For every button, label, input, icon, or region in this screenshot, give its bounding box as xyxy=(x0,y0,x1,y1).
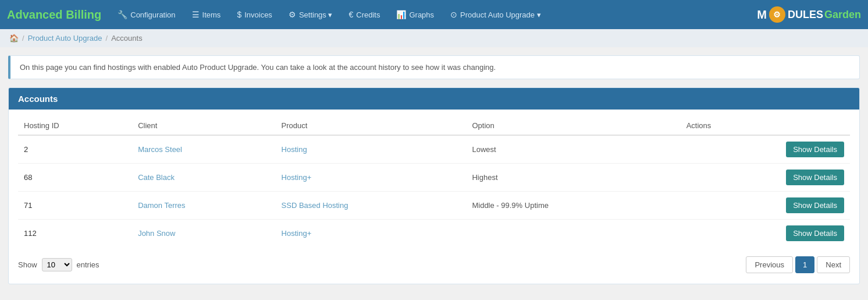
col-option: Option xyxy=(466,117,680,135)
breadcrumb: 🏠 / Product Auto Upgrade / Accounts xyxy=(0,29,868,47)
cell-product[interactable]: Hosting+ xyxy=(276,220,467,248)
nav-item-graphs[interactable]: 📊 Graphs xyxy=(389,6,441,23)
table-body: 2 Marcos Steel Hosting Lowest Show Detai… xyxy=(18,135,850,247)
nav-settings-label: Settings ▾ xyxy=(299,10,333,19)
nav-product-auto-upgrade-label: Product Auto Upgrade ▾ xyxy=(460,10,541,19)
cell-actions: Show Details xyxy=(681,220,850,248)
gear-icon: ⚙ xyxy=(289,10,296,19)
nav-items-label: Items xyxy=(202,10,221,19)
home-icon[interactable]: 🏠 xyxy=(9,34,19,43)
col-hosting-id: Hosting ID xyxy=(18,117,132,135)
logo-odules: DULES xyxy=(788,9,823,21)
col-product: Product xyxy=(276,117,467,135)
cell-product[interactable]: Hosting+ xyxy=(276,164,467,192)
cell-client[interactable]: John Snow xyxy=(132,220,275,248)
cell-hosting-id: 71 xyxy=(18,192,132,220)
cell-actions: Show Details xyxy=(681,192,850,220)
accounts-title: Accounts xyxy=(18,94,58,104)
cell-hosting-id: 2 xyxy=(18,135,132,164)
nav-configuration-label: Configuration xyxy=(130,10,175,19)
table-footer: Show 102550100 entries Previous 1 Next xyxy=(18,254,850,277)
next-button[interactable]: Next xyxy=(817,256,850,273)
cell-actions: Show Details xyxy=(681,135,850,164)
cell-hosting-id: 68 xyxy=(18,164,132,192)
navbar: Advanced Billing 🔧 Configuration ☰ Items… xyxy=(0,0,868,29)
previous-button[interactable]: Previous xyxy=(746,256,793,273)
logo-m: M xyxy=(757,8,767,22)
table-row: 68 Cate Black Hosting+ Highest Show Deta… xyxy=(18,164,850,192)
accounts-header: Accounts xyxy=(9,88,859,110)
logo-garden: Garden xyxy=(824,9,861,21)
list-icon: ☰ xyxy=(192,10,200,19)
nav-items: 🔧 Configuration ☰ Items $ Invoices ⚙ Set… xyxy=(111,6,757,23)
accounts-table: Hosting ID Client Product Option Actions… xyxy=(18,117,850,247)
wrench-icon: 🔧 xyxy=(118,10,127,19)
table-header-row: Hosting ID Client Product Option Actions xyxy=(18,117,850,135)
graph-icon: 📊 xyxy=(396,10,406,19)
cell-hosting-id: 112 xyxy=(18,220,132,248)
cell-product[interactable]: Hosting xyxy=(276,135,467,164)
breadcrumb-accounts: Accounts xyxy=(111,34,142,43)
cell-client[interactable]: Marcos Steel xyxy=(132,135,275,164)
logo-icon: ⚙ xyxy=(769,6,785,23)
show-details-button[interactable]: Show Details xyxy=(786,142,844,157)
nav-item-product-auto-upgrade[interactable]: ⊙ Product Auto Upgrade ▾ xyxy=(443,6,548,23)
col-actions: Actions xyxy=(681,117,850,135)
dollar-icon: $ xyxy=(237,10,241,19)
cell-actions: Show Details xyxy=(681,164,850,192)
pagination: Previous 1 Next xyxy=(746,256,850,273)
info-message: On this page you can find hostings with … xyxy=(8,55,860,79)
cell-option: Lowest xyxy=(466,135,680,164)
table-row: 71 Damon Terres SSD Based Hosting Middle… xyxy=(18,192,850,220)
nav-item-items[interactable]: ☰ Items xyxy=(185,6,228,23)
nav-item-settings[interactable]: ⚙ Settings ▾ xyxy=(282,6,340,23)
nav-invoices-label: Invoices xyxy=(244,10,272,19)
show-details-button[interactable]: Show Details xyxy=(786,225,844,241)
col-client: Client xyxy=(132,117,275,135)
accounts-body: Hosting ID Client Product Option Actions… xyxy=(9,110,859,284)
show-label: Show xyxy=(18,260,37,269)
cell-option: Highest xyxy=(466,164,680,192)
nav-credits-label: Credits xyxy=(356,10,380,19)
cell-client[interactable]: Cate Black xyxy=(132,164,275,192)
cell-client[interactable]: Damon Terres xyxy=(132,192,275,220)
table-row: 112 John Snow Hosting+ Show Details xyxy=(18,220,850,248)
info-text: On this page you can find hostings with … xyxy=(20,63,496,72)
brand-name[interactable]: Advanced Billing xyxy=(7,8,101,22)
entries-select[interactable]: 102550100 xyxy=(42,258,72,271)
breadcrumb-sep-2: / xyxy=(106,34,108,43)
cell-product[interactable]: SSD Based Hosting xyxy=(276,192,467,220)
show-entries-control: Show 102550100 entries xyxy=(18,258,99,271)
table-head: Hosting ID Client Product Option Actions xyxy=(18,117,850,135)
show-details-button[interactable]: Show Details xyxy=(786,197,844,213)
nav-item-invoices[interactable]: $ Invoices xyxy=(230,6,279,23)
nav-graphs-label: Graphs xyxy=(409,10,434,19)
current-page[interactable]: 1 xyxy=(795,256,814,273)
nav-item-credits[interactable]: € Credits xyxy=(341,6,387,23)
breadcrumb-sep-1: / xyxy=(22,34,24,43)
upgrade-icon: ⊙ xyxy=(450,10,457,19)
entries-label: entries xyxy=(77,260,99,269)
table-row: 2 Marcos Steel Hosting Lowest Show Detai… xyxy=(18,135,850,164)
nav-item-configuration[interactable]: 🔧 Configuration xyxy=(111,6,182,23)
breadcrumb-product-auto-upgrade[interactable]: Product Auto Upgrade xyxy=(28,34,102,43)
cell-option: Middle - 99.9% Uptime xyxy=(466,192,680,220)
modules-garden-logo: M ⚙ DULES Garden xyxy=(757,6,861,23)
show-details-button[interactable]: Show Details xyxy=(786,170,844,185)
accounts-card: Accounts Hosting ID Client Product Optio… xyxy=(8,87,860,284)
euro-icon: € xyxy=(348,10,353,19)
cell-option xyxy=(466,220,680,248)
